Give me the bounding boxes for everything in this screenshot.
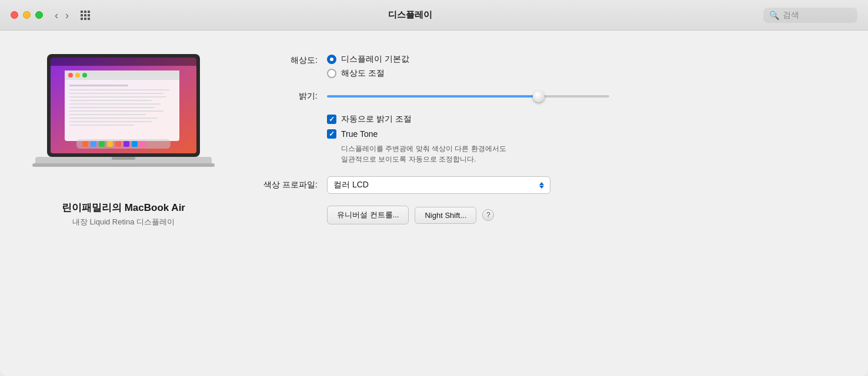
arrow-down-icon bbox=[539, 186, 544, 189]
svg-rect-31 bbox=[32, 163, 215, 167]
svg-rect-4 bbox=[65, 70, 179, 141]
true-tone-label: True Tone bbox=[341, 129, 378, 139]
device-illustration bbox=[29, 48, 218, 189]
auto-brightness-row[interactable]: ✓ 자동으로 밝기 조절 bbox=[327, 114, 844, 125]
search-placeholder: 검색 bbox=[783, 10, 799, 21]
svg-rect-32 bbox=[112, 157, 135, 160]
resolution-label: 해상도: bbox=[259, 54, 318, 66]
svg-rect-16 bbox=[69, 110, 163, 112]
svg-rect-27 bbox=[123, 141, 129, 147]
svg-rect-20 bbox=[69, 125, 134, 126]
svg-rect-9 bbox=[69, 85, 128, 86]
svg-rect-26 bbox=[115, 141, 121, 147]
device-name: 린이패밀리의 MacBook Air bbox=[62, 201, 185, 214]
bottom-buttons: 유니버설 컨트롤... Night Shift... ? bbox=[327, 206, 844, 224]
preferences-window: ‹ › 디스플레이 🔍 검색 bbox=[0, 0, 868, 376]
brightness-label: 밝기: bbox=[259, 91, 318, 102]
brightness-slider-track bbox=[327, 95, 609, 98]
svg-point-8 bbox=[82, 73, 87, 78]
resolution-custom-label: 해상도 조절 bbox=[341, 68, 385, 79]
auto-brightness-label: 자동으로 밝기 조절 bbox=[341, 114, 412, 125]
color-profile-value: 컬러 LCD bbox=[333, 180, 369, 190]
svg-rect-14 bbox=[69, 103, 161, 105]
svg-point-6 bbox=[68, 73, 73, 78]
right-panel: 해상도: 디스플레이 기본값 해상도 조절 밝기: bbox=[259, 48, 844, 358]
fullscreen-button[interactable] bbox=[35, 11, 43, 19]
svg-rect-29 bbox=[140, 141, 146, 147]
resolution-default-radio[interactable] bbox=[327, 55, 336, 64]
titlebar: ‹ › 디스플레이 🔍 검색 bbox=[0, 0, 868, 31]
svg-rect-28 bbox=[132, 141, 138, 147]
svg-rect-5 bbox=[65, 70, 179, 80]
resolution-custom-row[interactable]: 해상도 조절 bbox=[327, 68, 409, 79]
night-shift-button[interactable]: Night Shift... bbox=[415, 207, 476, 224]
svg-rect-11 bbox=[69, 93, 163, 94]
brightness-setting: 밝기: bbox=[259, 90, 844, 102]
resolution-setting: 해상도: 디스플레이 기본값 해상도 조절 bbox=[259, 54, 844, 79]
checkboxes-section: ✓ 자동으로 밝기 조절 ✓ True Tone 디스플레이를 주변광에 맞춰 … bbox=[327, 114, 844, 164]
svg-rect-10 bbox=[69, 89, 169, 90]
svg-rect-23 bbox=[91, 141, 96, 147]
check-icon-2: ✓ bbox=[329, 130, 335, 137]
svg-rect-12 bbox=[69, 96, 166, 98]
device-subtitle: 내장 Liquid Retina 디스플레이 bbox=[72, 217, 175, 227]
true-tone-checkbox[interactable]: ✓ bbox=[327, 129, 336, 139]
search-area[interactable]: 🔍 검색 bbox=[763, 8, 857, 23]
svg-rect-22 bbox=[82, 141, 88, 147]
brightness-slider-container[interactable] bbox=[327, 90, 609, 102]
resolution-custom-radio[interactable] bbox=[327, 69, 336, 78]
arrow-up-icon bbox=[539, 182, 544, 185]
color-profile-label: 색상 프로파일: bbox=[259, 180, 318, 190]
true-tone-description: 디스플레이를 주변광에 맞춰 색상이 다른 환경에서도 일관적으로 보이도록 자… bbox=[341, 143, 612, 164]
brightness-slider-thumb[interactable] bbox=[533, 90, 545, 102]
svg-rect-15 bbox=[69, 107, 155, 108]
svg-rect-19 bbox=[69, 121, 152, 122]
svg-rect-3 bbox=[51, 58, 196, 66]
universal-control-button[interactable]: 유니버설 컨트롤... bbox=[327, 206, 409, 224]
svg-point-7 bbox=[75, 73, 80, 78]
search-icon: 🔍 bbox=[769, 11, 779, 20]
svg-rect-25 bbox=[107, 141, 113, 147]
resolution-default-row[interactable]: 디스플레이 기본값 bbox=[327, 54, 409, 65]
select-arrows-icon bbox=[539, 182, 544, 189]
close-button[interactable] bbox=[11, 11, 18, 19]
window-title: 디스플레이 bbox=[57, 9, 763, 21]
help-button[interactable]: ? bbox=[482, 209, 494, 221]
svg-rect-13 bbox=[69, 100, 152, 101]
svg-rect-24 bbox=[99, 141, 105, 147]
resolution-default-label: 디스플레이 기본값 bbox=[341, 54, 409, 65]
auto-brightness-checkbox[interactable]: ✓ bbox=[327, 115, 336, 124]
svg-rect-17 bbox=[69, 114, 146, 115]
main-content: 린이패밀리의 MacBook Air 내장 Liquid Retina 디스플레… bbox=[0, 31, 868, 376]
check-icon: ✓ bbox=[329, 116, 335, 123]
traffic-lights bbox=[11, 11, 43, 19]
color-profile-select[interactable]: 컬러 LCD bbox=[327, 176, 550, 194]
true-tone-row[interactable]: ✓ True Tone bbox=[327, 129, 844, 139]
color-profile-setting: 색상 프로파일: 컬러 LCD bbox=[259, 176, 844, 194]
minimize-button[interactable] bbox=[23, 11, 31, 19]
svg-rect-18 bbox=[69, 118, 158, 119]
left-panel: 린이패밀리의 MacBook Air 내장 Liquid Retina 디스플레… bbox=[24, 48, 223, 358]
resolution-controls: 디스플레이 기본값 해상도 조절 bbox=[327, 54, 409, 79]
